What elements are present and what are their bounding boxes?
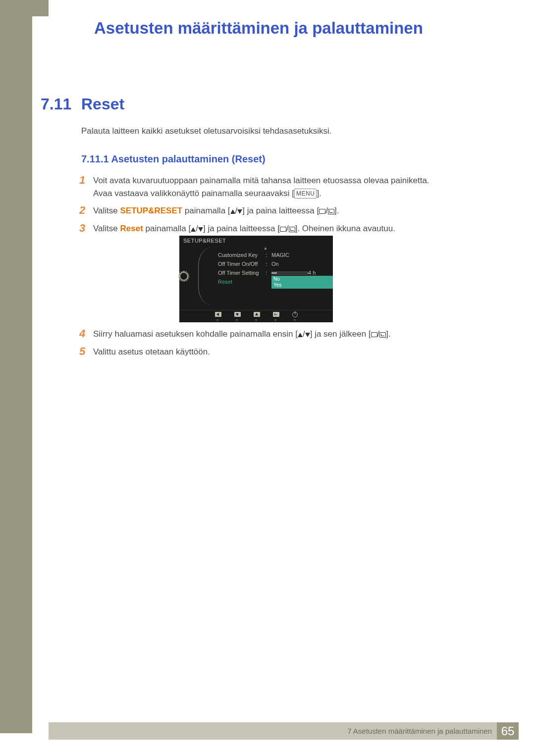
footer-bar: 7 Asetusten määrittäminen ja palauttamin… [49,722,519,740]
down-arrow-icon [305,333,310,337]
step-2: 2 Valitse SETUP&RESET painamalla [/] ja … [79,204,436,217]
osd-nav-bar [179,310,333,318]
subsection-title: 7.11.1 Asetusten palauttaminen (Reset) [81,153,266,165]
page-number: 65 [497,722,519,740]
step-text: Valitse SETUP&RESET painamalla [/] ja pa… [93,204,339,217]
sidebar-strip [0,16,32,733]
text: Valitse [93,206,120,215]
text: ]. [334,206,339,215]
osd-row: Off Timer On/Off:On [218,259,333,268]
nav-return-icon [273,312,279,317]
text: ] ja sen jälkeen [ [310,329,371,339]
osd-label: Off Timer Setting [218,270,266,276]
enter-key-icon [289,227,295,232]
nav-up-icon [254,312,260,317]
highlight: Reset [120,224,143,233]
osd-row-selected: Reset No Yes [218,277,333,286]
osd-label-selected: Reset [218,279,266,285]
footer-text: 7 Asetusten määrittäminen ja palauttamin… [347,727,497,735]
down-arrow-icon [237,209,242,214]
nav-down-icon [234,312,241,317]
text: Siirry haluamasi asetuksen kohdalle pain… [93,329,298,339]
menu-key-icon: MENU [294,189,317,199]
step-number: 3 [79,222,93,235]
header-tab [0,0,49,16]
osd-dropdown: No Yes [271,276,333,289]
osd-row: Customized Key:MAGIC [218,251,333,259]
chapter-title: Asetusten määrittäminen ja palauttaminen [94,19,423,38]
step-5: 5 Valittu asetus otetaan käyttöön. [79,346,436,358]
text: Valitse [93,224,120,233]
down-arrow-icon [198,227,203,232]
osd-title: SETUP&RESET [179,236,333,245]
osd-screenshot: SETUP&RESET ▲ Customized Key:MAGIC Off T… [179,236,333,322]
text: painamalla [ [143,224,191,233]
step-number: 5 [79,346,93,358]
step-text: Voit avata kuvaruutuoppaan painamalla mi… [93,174,436,200]
step-number: 1 [79,174,93,200]
up-arrow-icon [191,227,196,232]
steps-list: 1 Voit avata kuvaruutuoppaan painamalla … [79,174,436,240]
osd-body: ▲ Customized Key:MAGIC Off Timer On/Off:… [179,245,333,308]
osd-value: MAGIC [271,252,289,258]
osd-value: 4 h [308,270,316,276]
osd-icon-col [179,245,188,308]
rect-key-icon [319,209,325,214]
up-caret-icon: ▲ [198,246,333,251]
text: ]. [317,189,321,198]
osd-label: Customized Key [218,252,266,258]
text: painamalla [ [182,206,230,215]
text: ] ja paina laitteessa [ [242,206,319,215]
enter-key-icon [328,209,334,214]
enter-key-icon [379,332,386,338]
osd-option: Yes [273,282,331,288]
rect-key-icon [371,332,377,337]
slider-bar [271,272,308,274]
step-text: Valitse Reset painamalla [/] ja paina la… [93,222,395,235]
text: ]. [386,329,390,339]
text: ]. Oheinen ikkuna avautuu. [295,224,395,233]
step-number: 2 [79,204,93,217]
nav-left-icon [215,312,221,317]
gear-icon [179,272,188,281]
text: Voit avata kuvaruutuoppaan painamalla mi… [93,176,429,198]
step-3: 3 Valitse Reset painamalla [/] ja paina … [79,222,436,235]
step-text: Valittu asetus otetaan käyttöön. [93,346,210,358]
highlight: SETUP&RESET [120,206,183,215]
osd-arc [198,248,211,305]
step-4: 4 Siirry haluamasi asetuksen kohdalle pa… [79,328,436,341]
rect-key-icon [280,227,286,232]
osd-option: No [273,276,331,282]
section-number: 7.11 [41,95,71,113]
osd-label: Off Timer On/Off [218,261,266,267]
chapter-icon [49,4,69,25]
section-title: Reset [81,95,124,113]
step-number: 4 [79,328,93,341]
osd-value: On [271,261,279,267]
intro-text: Palauta laitteen kaikki asetukset oletus… [81,126,332,136]
up-arrow-icon [230,209,235,214]
nav-power-icon [292,312,298,317]
osd-carets: ▾▾▾▾▾ [179,318,333,322]
step-1: 1 Voit avata kuvaruutuoppaan painamalla … [79,174,436,200]
step-text: Siirry haluamasi asetuksen kohdalle pain… [93,328,391,341]
steps-list-cont: 4 Siirry haluamasi asetuksen kohdalle pa… [79,328,436,363]
up-arrow-icon [298,333,303,337]
text: ] ja paina laitteessa [ [203,224,280,233]
